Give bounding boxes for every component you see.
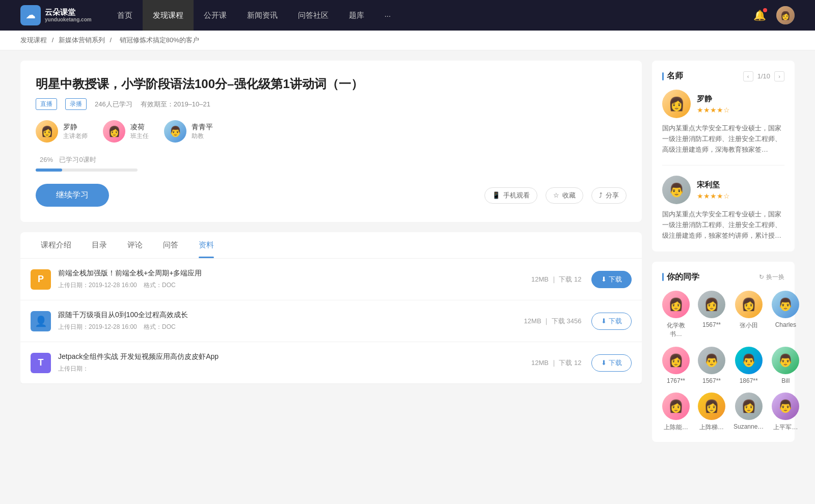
logo[interactable]: ☁ 云朵课堂 yunduoketang.com (20, 5, 92, 25)
user-avatar[interactable]: 👩 (776, 6, 795, 24)
badge-live: 直播 (36, 98, 57, 110)
teacher-3-avatar: 👨 (164, 120, 186, 143)
download-button-1[interactable]: ⬇ 下载 (591, 271, 632, 288)
classmate-11-name: 上平军… (773, 423, 798, 432)
teacher-card-2-name: 宋利坚 (697, 180, 730, 190)
breadcrumb-sep-2: / (110, 36, 113, 44)
teacher-1: 👩 罗静 主讲老师 (36, 120, 88, 143)
content-right: 名师 ‹ 1/10 › 👩 罗静 ★★★★☆ 国内某重点大学 (652, 61, 795, 452)
classmates-grid: 👩 化学教书… 👩 1567** 👩 张小田 👨 Charles 👩 (662, 291, 784, 432)
teachers-next-button[interactable]: › (774, 71, 784, 81)
teachers-page-current: 1 (757, 72, 761, 80)
classmate-9-name: 上阵梯… (699, 423, 724, 432)
teacher-3: 👨 青青平 助教 (164, 120, 213, 143)
progress-studied: 已学习0课时 (59, 156, 96, 163)
teacher-card-2-info: 宋利坚 ★★★★☆ (697, 180, 730, 200)
teacher-2-avatar: 👩 (103, 120, 125, 143)
material-2-date: 上传日期：2019-12-28 16:00 (58, 323, 137, 330)
tab-comments[interactable]: 评论 (117, 232, 153, 258)
tab-catalog[interactable]: 目录 (82, 232, 117, 258)
classmate-0[interactable]: 👩 化学教书… (662, 291, 690, 339)
teachers-page: 1/10 (757, 72, 770, 80)
nav-item-home[interactable]: 首页 (107, 0, 143, 31)
tabs-section: 课程介绍 目录 评论 问答 资料 P 前端全栈加强版！前端全栈+全周期+多端应用… (20, 232, 642, 384)
tab-intro[interactable]: 课程介绍 (31, 232, 82, 258)
teacher-card-2-avatar: 👨 (662, 176, 691, 204)
material-2-title: 跟随千万级项目从0到100全过程高效成长 (58, 311, 524, 320)
classmate-0-name: 化学教书… (662, 321, 690, 339)
nav-item-more[interactable]: ··· (374, 0, 401, 31)
classmate-5[interactable]: 👨 1567** (698, 347, 725, 384)
teachers-panel: 名师 ‹ 1/10 › 👩 罗静 ★★★★☆ 国内某重点大学 (652, 61, 795, 251)
mobile-watch-button[interactable]: 📱 手机观看 (484, 187, 537, 204)
progress-label: 26% 已学习0课时 (36, 155, 627, 164)
progress-bar-bg (36, 169, 138, 172)
nav-item-discover[interactable]: 发现课程 (143, 0, 194, 31)
teachers-panel-title: 名师 (662, 71, 683, 81)
material-2-icon: 👤 (31, 311, 51, 331)
nav-item-news[interactable]: 新闻资讯 (237, 0, 288, 31)
teacher-card-1-name: 罗静 (697, 94, 730, 104)
classmate-2[interactable]: 👩 张小田 (734, 291, 764, 339)
course-header: 明星中教授课，小学阶段语法100分–强化级第1讲动词（一） 直播 录播 246人… (20, 61, 642, 222)
classmate-1[interactable]: 👩 1567** (698, 291, 725, 339)
classmate-5-name: 1567** (702, 377, 721, 384)
tab-materials[interactable]: 资料 (188, 232, 224, 258)
bell-icon[interactable]: 🔔 (753, 9, 766, 21)
material-1-title: 前端全栈加强版！前端全栈+全周期+多端应用 (58, 269, 531, 278)
breadcrumb-link-discover[interactable]: 发现课程 (20, 36, 47, 44)
logo-main-text: 云朵课堂 (45, 8, 92, 17)
teachers-prev-button[interactable]: ‹ (743, 71, 753, 81)
material-1-meta: 上传日期：2019-12-28 16:00 格式：DOC (58, 281, 531, 290)
refresh-button[interactable]: ↻ 换一换 (759, 273, 784, 282)
badge-record: 录播 (65, 98, 87, 110)
classmates-panel: 你的同学 ↻ 换一换 👩 化学教书… 👩 1567** 👩 张小田 (652, 262, 795, 442)
classmate-4[interactable]: 👩 1767** (662, 347, 690, 384)
teacher-2-name: 凌荷 (130, 123, 149, 132)
teacher-3-info: 青青平 助教 (192, 123, 213, 141)
share-icon: ⤴ (599, 191, 603, 199)
material-1-stats: 12MB ｜ 下载 12 (531, 275, 581, 284)
share-button[interactable]: ⤴ 分享 (591, 187, 627, 204)
material-3-title: Jetpack全组件实战 开发短视频应用高仿皮皮虾App (58, 352, 531, 361)
nav-item-qa[interactable]: 问答社区 (288, 0, 339, 31)
teacher-card-2-stars: ★★★★☆ (697, 192, 730, 200)
classmate-10-name: Suzanne… (734, 423, 764, 430)
teacher-card-2-header: 👨 宋利坚 ★★★★☆ (662, 176, 784, 204)
teacher-1-role: 主讲老师 (63, 132, 88, 141)
classmate-7-avatar: 👨 (772, 347, 799, 374)
classmate-6-avatar: 👨 (735, 347, 763, 374)
teachers-panel-header: 名师 ‹ 1/10 › (662, 71, 784, 81)
classmate-11[interactable]: 👨 上平军… (772, 393, 799, 432)
tab-qa[interactable]: 问答 (153, 232, 188, 258)
classmate-6[interactable]: 👨 1867** (734, 347, 764, 384)
teacher-1-avatar: 👩 (36, 120, 58, 143)
material-2-format: 格式：DOC (144, 323, 176, 330)
classmate-3[interactable]: 👨 Charles (772, 291, 799, 339)
download-button-2[interactable]: ⬇ 下载 (591, 313, 632, 330)
teacher-1-name: 罗静 (63, 123, 88, 132)
collect-button[interactable]: ☆ 收藏 (546, 187, 583, 204)
material-2-meta: 上传日期：2019-12-28 16:00 格式：DOC (58, 323, 524, 331)
material-3-date: 上传日期： (58, 365, 89, 372)
breadcrumb-link-series[interactable]: 新媒体营销系列 (59, 36, 105, 44)
progress-pct: 26% (40, 156, 53, 163)
teacher-card-2-desc: 国内某重点大学安全工程专业硕士，国家一级注册消防工程师、注册安全工程师、级注册建… (662, 209, 784, 241)
material-3-stats: 12MB ｜ 下载 12 (531, 358, 581, 368)
classmate-8[interactable]: 👩 上陈能… (662, 393, 690, 432)
material-3-size: 12MB (531, 359, 549, 367)
nav-item-quiz[interactable]: 题库 (339, 0, 374, 31)
refresh-label: 换一换 (766, 273, 784, 282)
download-button-3[interactable]: ⬇ 下载 (591, 354, 632, 372)
classmate-11-avatar: 👨 (772, 393, 799, 420)
classmate-10[interactable]: 👩 Suzanne… (734, 393, 764, 432)
material-1-size: 12MB (531, 275, 549, 283)
course-title: 明星中教授课，小学阶段语法100分–强化级第1讲动词（一） (36, 76, 627, 92)
nav-item-public[interactable]: 公开课 (194, 0, 237, 31)
course-meta: 直播 录播 246人已学习 有效期至：2019–10–21 (36, 98, 627, 110)
continue-learning-button[interactable]: 继续学习 (36, 184, 109, 207)
classmate-9[interactable]: 👩 上阵梯… (698, 393, 725, 432)
classmate-2-avatar: 👩 (735, 291, 763, 318)
classmate-7[interactable]: 👨 Bill (772, 347, 799, 384)
course-valid: 有效期至：2019–10–21 (141, 100, 210, 109)
